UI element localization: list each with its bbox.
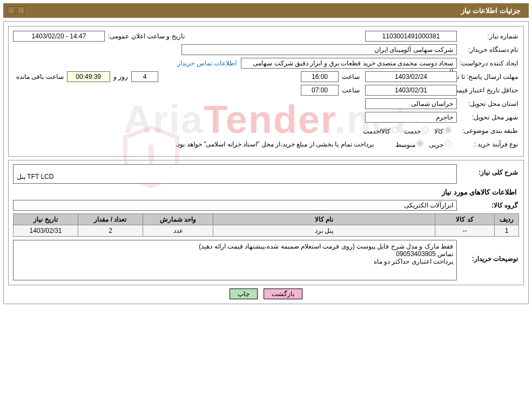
label-hour-1: ساعت — [339, 73, 361, 80]
radio-medium-label: متوسط — [395, 140, 423, 149]
td-name: پنل برد — [213, 225, 435, 237]
label-reply-deadline: مهلت ارسال پاسخ: تا تاریخ: — [457, 73, 519, 80]
label-purchase-type: نوع فرآیند خرید : — [457, 140, 519, 148]
goods-table: ردیف کد کالا نام کالا واحد شمارش تعداد /… — [13, 213, 519, 237]
radio-goods-service-label: کالا/خدمت — [363, 126, 399, 135]
td-qty: 2 — [78, 225, 143, 237]
collapse-icon[interactable] — [8, 6, 15, 14]
radio-service-label: خدمت — [404, 126, 429, 135]
th-need-date: تاریخ نیاز — [14, 214, 78, 225]
goods-info-title: اطلاعات کالاهای مورد نیاز — [15, 188, 517, 196]
need-goods-frame: شرح کلی نیاز: پنل TFT LCD اطلاعات کالاها… — [8, 160, 524, 285]
page-title-bar: جزئیات اطلاعات نیاز — [3, 3, 529, 18]
value-need-summary: پنل TFT LCD — [13, 164, 457, 184]
value-announce-dt: 1403/02/20 - 14:47 — [13, 31, 105, 42]
table-row: 1 -- پنل برد عدد 2 1403/02/31 — [14, 225, 519, 237]
label-need-summary: شرح کلی نیاز: — [457, 164, 519, 176]
value-requester: سجاد دوست محمدی متصدی خرید قطعات برق و ا… — [241, 58, 457, 69]
value-goods-group: ابزارآلات الکتریکی — [13, 200, 457, 211]
need-details-frame: شماره نیاز: 1103001491000381 تاریخ و ساع… — [8, 26, 524, 157]
back-button[interactable]: بازگشت — [264, 288, 302, 299]
help-icon[interactable] — [17, 6, 25, 14]
label-hours-remain: ساعت باقی مانده — [13, 73, 67, 80]
value-city: جاجرم — [365, 112, 457, 123]
value-price-valid-date: 1403/02/31 — [365, 85, 457, 96]
td-need-date: 1403/02/31 — [14, 225, 78, 237]
label-requester: ایجاد کننده درخواست: — [457, 59, 519, 67]
td-unit: عدد — [143, 225, 213, 237]
label-goods-group: گروه کالا: — [457, 202, 519, 209]
value-reply-hour: 16:00 — [301, 71, 339, 82]
th-unit: واحد شمارش — [143, 214, 213, 225]
radio-goods-service — [392, 126, 399, 133]
value-province: خراسان شمالی — [365, 98, 457, 109]
main-content-frame: شماره نیاز: 1103001491000381 تاریخ و ساع… — [3, 21, 529, 304]
payment-note: پرداخت تمام یا بخشی از مبلغ خرید،از محل … — [176, 140, 374, 148]
label-announce-dt: تاریخ و ساعت اعلان عمومی: — [105, 32, 186, 40]
radio-goods-label: کالا — [434, 126, 452, 135]
value-remain-time: 00:49:39 — [67, 71, 110, 82]
label-days-and: روز و — [110, 73, 131, 80]
label-province: استان محل تحویل: — [457, 100, 519, 108]
value-need-no: 1103001491000381 — [365, 31, 457, 42]
value-buyer-org: شرکت سهامی آلومینای ایران — [181, 44, 457, 55]
td-row: 1 — [495, 225, 519, 237]
value-price-valid-hour: 07:00 — [301, 85, 339, 96]
label-need-no: شماره نیاز: — [457, 32, 519, 40]
print-button[interactable]: چاپ — [230, 288, 258, 299]
label-buyer-org: نام دستگاه خریدار: — [457, 46, 519, 53]
th-name: نام کالا — [213, 214, 435, 225]
page-title: جزئیات اطلاعات نیاز — [461, 6, 521, 15]
th-code: کد کالا — [435, 214, 495, 225]
radio-service — [422, 126, 429, 133]
label-category: طبقه بندی موضوعی: — [457, 127, 519, 135]
label-buyer-notes: توضیحات خریدار: — [457, 240, 519, 280]
td-code: -- — [435, 225, 495, 237]
header-icons — [8, 6, 25, 16]
label-hour-2: ساعت — [339, 86, 361, 94]
value-buyer-notes — [13, 240, 457, 280]
th-row: ردیف — [495, 214, 519, 225]
value-remain-days: 4 — [131, 71, 158, 82]
buyer-contact-link[interactable]: اطلاعات تماس خریدار — [177, 59, 237, 67]
th-qty: تعداد / مقدار — [78, 214, 143, 225]
radio-partial — [445, 140, 452, 147]
label-price-valid: حداقل تاریخ اعتبار قیمت: تا تاریخ: — [457, 87, 519, 93]
label-city: شهر محل تحویل: — [457, 113, 519, 121]
radio-goods — [445, 126, 452, 133]
value-reply-date: 1403/02/24 — [365, 71, 457, 82]
button-bar: چاپ بازگشت — [8, 288, 524, 299]
radio-partial-label: جزیی — [429, 140, 452, 149]
radio-medium — [416, 140, 423, 147]
